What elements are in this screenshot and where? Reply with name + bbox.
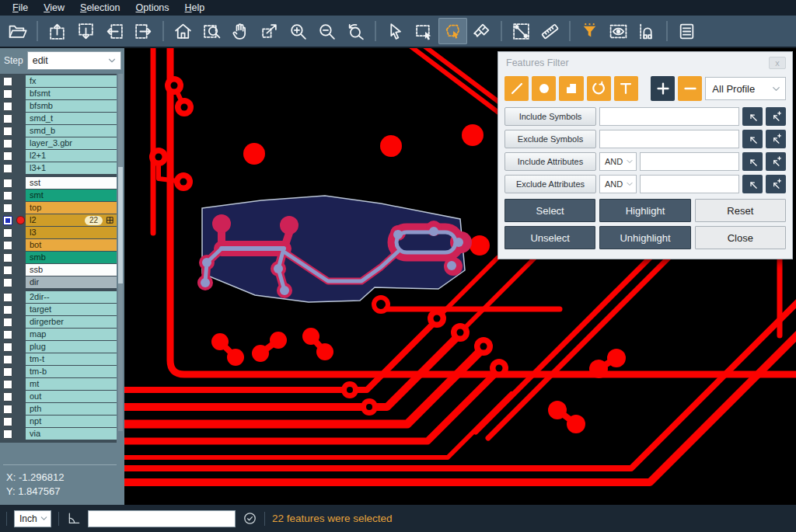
layer-name[interactable]: sst [26, 177, 117, 189]
measure-points-button[interactable] [507, 18, 536, 44]
open-button[interactable] [3, 18, 32, 44]
filter-lines-button[interactable] [504, 76, 529, 101]
include-attributes-pick-add-button[interactable] [766, 152, 786, 171]
layer-checkbox[interactable] [3, 392, 12, 402]
unit-select[interactable]: Inch [14, 510, 51, 527]
layer-name[interactable]: smb [26, 252, 117, 263]
layer-checkbox[interactable] [3, 253, 12, 263]
layers-panel-button[interactable] [672, 18, 701, 44]
menu-selection[interactable]: Selection [72, 0, 127, 16]
selection-region[interactable] [197, 196, 472, 302]
select-polygon-button[interactable] [438, 18, 467, 44]
include-symbols-pick-add-button[interactable] [766, 107, 786, 126]
layer-name[interactable]: l2+1 [26, 150, 117, 162]
layer-checkbox[interactable] [3, 77, 12, 86]
profile-select[interactable]: All Profile [705, 77, 786, 100]
layer-name[interactable]: fx [26, 75, 117, 87]
highlight-button[interactable]: Highlight [599, 199, 690, 222]
menu-help[interactable]: Help [177, 0, 213, 16]
filter-remove-button[interactable] [678, 76, 702, 101]
layer-checkbox[interactable] [3, 367, 12, 377]
layer-name[interactable]: out [26, 391, 117, 402]
layer-checkbox[interactable] [3, 342, 12, 352]
layer-name[interactable]: bfsmb [26, 100, 117, 112]
dialog-close-button[interactable]: x [769, 57, 786, 69]
layer-checkbox[interactable] [3, 139, 12, 148]
dialog-titlebar[interactable]: Features Filter [504, 52, 786, 73]
layer-name[interactable]: smt [26, 190, 117, 201]
layer-checkbox[interactable] [3, 203, 12, 213]
layer-checkbox[interactable] [3, 417, 12, 426]
layer-checkbox[interactable] [3, 278, 12, 287]
layer-name[interactable]: smd_t [26, 113, 117, 124]
pan-hand-button[interactable] [226, 18, 255, 44]
layer-name[interactable]: plug [26, 341, 117, 353]
exclude-attributes-pick-add-button[interactable] [766, 175, 786, 193]
layer-checkbox[interactable] [3, 266, 12, 275]
select-pointer-button[interactable] [381, 18, 410, 44]
scrollbar-thumb[interactable] [118, 167, 123, 283]
layer-checkbox[interactable] [3, 380, 12, 389]
layer-name[interactable]: 2dir-- [26, 291, 117, 303]
layer-checkbox[interactable] [3, 241, 12, 250]
include-symbols-button[interactable]: Include Symbols [504, 107, 596, 126]
menu-options[interactable]: Options [127, 0, 176, 16]
filter-arcs-button[interactable] [587, 76, 611, 101]
layer-checkbox[interactable] [3, 216, 12, 225]
layer-checkbox[interactable] [3, 179, 12, 188]
angle-mode-icon[interactable] [66, 511, 81, 526]
zoom-window-button[interactable] [197, 18, 226, 44]
layer-checkbox[interactable] [3, 405, 12, 414]
layer-checkbox[interactable] [3, 305, 12, 315]
select-rectangle-button[interactable] [410, 18, 438, 44]
exclude-symbols-pick-add-button[interactable] [766, 130, 786, 148]
view-options-button[interactable] [604, 18, 633, 44]
layer-name[interactable]: tm-b [26, 366, 117, 377]
layer-name[interactable]: ssb [26, 264, 117, 276]
snap-button[interactable] [633, 18, 662, 44]
measure-ruler-button[interactable] [536, 18, 564, 44]
pan-left-button[interactable] [100, 18, 129, 44]
command-input[interactable] [88, 510, 236, 527]
layer-name[interactable]: l3+1 [26, 162, 117, 174]
zoom-in-button[interactable] [284, 18, 312, 44]
layer-checkbox[interactable] [3, 355, 12, 364]
select-button[interactable]: Select [504, 199, 595, 222]
include-symbols-input[interactable] [599, 107, 739, 126]
exclude-attributes-and-select[interactable]: AND [599, 175, 637, 193]
step-select[interactable]: edit [27, 51, 121, 70]
layer-name[interactable]: via [26, 428, 117, 440]
filter-add-button[interactable] [651, 76, 675, 101]
exclude-attributes-input[interactable] [640, 175, 739, 193]
layer-name[interactable]: layer_3.gbr [26, 137, 117, 149]
pan-up-button[interactable] [43, 18, 72, 44]
layer-name[interactable]: top [26, 202, 117, 214]
menu-file[interactable]: File [5, 0, 36, 16]
unselect-button[interactable]: Unselect [504, 226, 595, 249]
layer-checkbox[interactable] [3, 89, 12, 99]
include-attributes-input[interactable] [640, 152, 739, 171]
layer-name[interactable]: pth [26, 403, 117, 415]
layer-checkbox[interactable] [3, 151, 12, 161]
layer-checkbox[interactable] [3, 127, 12, 136]
unhighlight-button[interactable]: Unhighlight [599, 226, 690, 249]
layer-name[interactable]: mt [26, 378, 117, 390]
layer-checkbox[interactable] [3, 164, 12, 173]
pan-down-button[interactable] [72, 18, 100, 44]
layer-checkbox[interactable] [3, 191, 12, 200]
exclude-symbols-button[interactable]: Exclude Symbols [504, 130, 596, 148]
layer-checkbox[interactable] [3, 429, 12, 439]
layer-checkbox[interactable] [3, 102, 12, 111]
reset-button[interactable]: Reset [695, 199, 786, 222]
include-attributes-button[interactable]: Include Attributes [504, 152, 596, 171]
layer-checkbox[interactable] [3, 330, 12, 339]
filter-pads-button[interactable] [532, 76, 556, 101]
zoom-previous-button[interactable] [341, 18, 370, 44]
include-symbols-pick-button[interactable] [742, 107, 763, 126]
layer-scrollbar[interactable] [118, 74, 123, 431]
layer-name[interactable]: tm-t [26, 353, 117, 365]
layer-name[interactable]: map [26, 329, 117, 340]
exclude-attributes-pick-button[interactable] [742, 175, 763, 193]
layer-checkbox[interactable] [3, 228, 12, 238]
layer-name[interactable]: dir [26, 276, 117, 288]
